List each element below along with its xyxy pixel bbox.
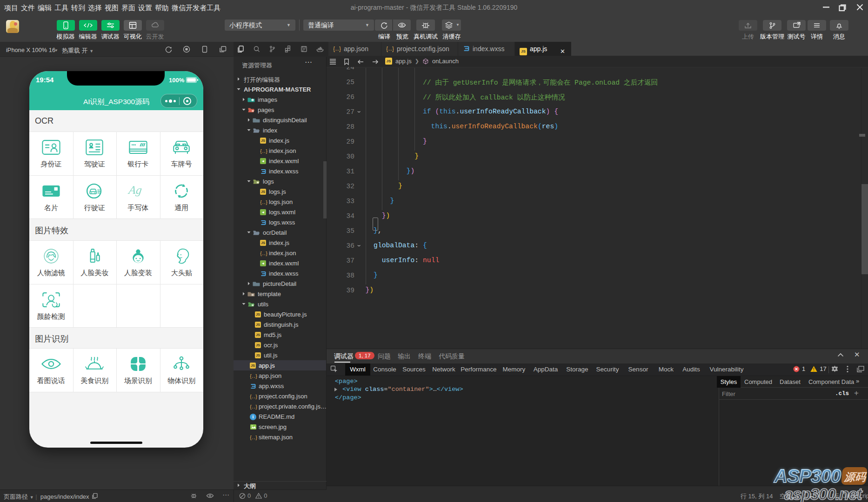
- svg-text:{..}: {..}: [260, 251, 267, 257]
- svg-text:{..}: {..}: [250, 394, 257, 400]
- svg-text:Ag: Ag: [127, 184, 143, 196]
- svg-text:{..}: {..}: [333, 46, 341, 52]
- svg-text:{..}: {..}: [250, 374, 257, 379]
- svg-text:{..}: {..}: [386, 46, 394, 52]
- svg-text:{..}: {..}: [260, 200, 267, 205]
- svg-text:{..}: {..}: [250, 435, 257, 441]
- svg-text:{..}: {..}: [250, 404, 257, 410]
- svg-text:{..}: {..}: [260, 149, 267, 154]
